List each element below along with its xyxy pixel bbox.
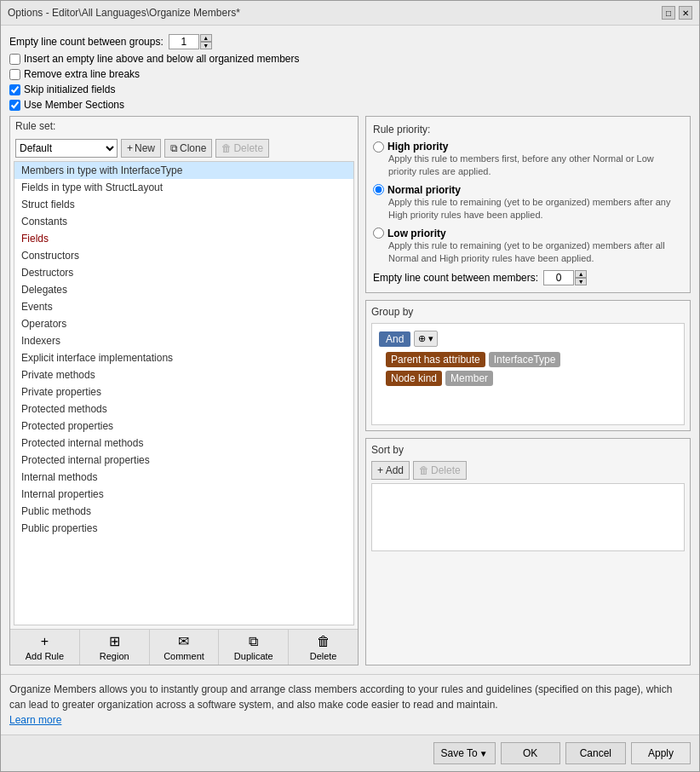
- and-button[interactable]: And: [379, 331, 410, 347]
- list-item[interactable]: Indexers: [14, 332, 353, 349]
- title-bar: Options - Editor\All Languages\Organize …: [1, 1, 699, 26]
- spinner-down[interactable]: ▼: [200, 42, 212, 49]
- normal-priority-radio[interactable]: [373, 184, 384, 195]
- duplicate-label: Duplicate: [234, 651, 273, 661]
- priority-label: Rule priority:: [373, 124, 683, 135]
- list-item[interactable]: Private methods: [14, 366, 353, 383]
- list-item[interactable]: Events: [14, 298, 353, 315]
- learn-more-link[interactable]: Learn more: [9, 714, 61, 726]
- rule-set-bar: Default + New ⧉ Clone 🗑 Delete: [10, 135, 358, 161]
- list-item[interactable]: Fields in type with StructLayout: [14, 179, 353, 196]
- delete-button[interactable]: 🗑 Delete: [215, 139, 269, 158]
- list-item[interactable]: Constructors: [14, 247, 353, 264]
- empty-line-members-label: Empty line count between members:: [373, 272, 538, 284]
- list-item[interactable]: Protected internal methods: [14, 435, 353, 452]
- list-item[interactable]: Public methods: [14, 503, 353, 520]
- list-item[interactable]: Private properties: [14, 383, 353, 400]
- delete-icon: 🗑: [221, 142, 232, 154]
- list-item[interactable]: Struct fields: [14, 196, 353, 213]
- empty-line-members-input[interactable]: [543, 270, 574, 285]
- list-item[interactable]: Protected internal properties: [14, 452, 353, 469]
- group-by-inner: And ⊕ ▾ Parent has attribute InterfaceTy…: [371, 323, 685, 425]
- left-panel: Rule set: Default + New ⧉ Clone 🗑: [9, 116, 359, 665]
- normal-priority-row: Normal priority: [373, 184, 683, 196]
- high-priority-option: High priority Apply this rule to members…: [373, 141, 683, 179]
- list-item[interactable]: Constants: [14, 213, 353, 230]
- new-button[interactable]: + New: [121, 139, 161, 158]
- remove-extra-row: Remove extra line breaks: [9, 68, 691, 80]
- low-priority-row: Low priority: [373, 228, 683, 239]
- tag-row-2: Node kind Member: [386, 371, 677, 386]
- interface-type-tag[interactable]: InterfaceType: [489, 352, 561, 367]
- list-item[interactable]: Fields: [14, 230, 353, 247]
- delete-label: Delete: [233, 142, 263, 154]
- add-rule-button[interactable]: + Add Rule: [10, 630, 80, 665]
- insert-empty-line-checkbox[interactable]: [9, 54, 20, 65]
- skip-initialized-checkbox[interactable]: [9, 84, 20, 95]
- members-spinner-up[interactable]: ▲: [575, 270, 587, 278]
- add-rule-icon: +: [41, 634, 49, 649]
- use-member-sections-label: Use Member Sections: [24, 99, 124, 111]
- list-item[interactable]: Members in type with InterfaceType: [14, 162, 353, 179]
- duplicate-button[interactable]: ⧉ Duplicate: [219, 630, 289, 665]
- cancel-button[interactable]: Cancel: [565, 742, 626, 764]
- member-tag[interactable]: Member: [445, 371, 493, 386]
- footer-description: Organize Members allows you to instantly…: [1, 674, 699, 735]
- right-panel: Rule priority: High priority Apply this …: [365, 116, 691, 665]
- skip-initialized-label: Skip initialized fields: [24, 84, 115, 95]
- list-item[interactable]: Internal methods: [14, 469, 353, 486]
- members-spinner-btns: ▲ ▼: [575, 270, 587, 285]
- list-item[interactable]: Operators: [14, 315, 353, 332]
- use-member-sections-checkbox[interactable]: [9, 100, 20, 111]
- save-to-label: Save To: [441, 747, 478, 759]
- list-item[interactable]: Delegates: [14, 281, 353, 298]
- high-priority-desc: Apply this rule to members first, before…: [373, 153, 683, 179]
- delete-rule-button[interactable]: 🗑 Delete: [289, 630, 358, 665]
- add-sort-button[interactable]: + Add: [371, 461, 410, 480]
- low-priority-label: Low priority: [387, 228, 446, 239]
- comment-button[interactable]: ✉ Comment: [150, 630, 220, 665]
- delete-rule-label: Delete: [310, 651, 337, 661]
- region-button[interactable]: ⊞ Region: [80, 630, 150, 665]
- clone-button[interactable]: ⧉ Clone: [164, 139, 212, 158]
- remove-extra-checkbox[interactable]: [9, 69, 20, 80]
- group-by-section: Group by And ⊕ ▾ Parent has attribute In…: [365, 300, 691, 431]
- save-to-button[interactable]: Save To ▼: [433, 742, 496, 764]
- node-kind-tag[interactable]: Node kind: [386, 371, 442, 386]
- empty-line-members-spinner[interactable]: ▲ ▼: [543, 270, 587, 285]
- low-priority-desc: Apply this rule to remaining (yet to be …: [373, 239, 683, 266]
- list-item[interactable]: Public properties: [14, 520, 353, 537]
- empty-line-input[interactable]: 1: [169, 34, 199, 49]
- members-spinner-down[interactable]: ▼: [575, 278, 587, 285]
- save-to-arrow-icon: ▼: [479, 749, 488, 758]
- list-item[interactable]: Protected properties: [14, 418, 353, 435]
- duplicate-icon: ⧉: [249, 634, 258, 649]
- ok-button[interactable]: OK: [501, 742, 560, 764]
- list-item[interactable]: Internal properties: [14, 486, 353, 503]
- and-row: And ⊕ ▾: [379, 331, 677, 347]
- tag-row-1: Parent has attribute InterfaceType: [386, 352, 677, 367]
- rule-set-select[interactable]: Default: [15, 139, 118, 158]
- list-item[interactable]: Protected methods: [14, 400, 353, 418]
- list-item[interactable]: Explicit interface implementations: [14, 349, 353, 366]
- skip-initialized-row: Skip initialized fields: [9, 84, 691, 95]
- delete-sort-button[interactable]: 🗑 Delete: [413, 461, 467, 480]
- close-button[interactable]: ✕: [679, 6, 692, 20]
- low-priority-radio[interactable]: [373, 228, 384, 239]
- insert-empty-line-row: Insert an empty line above and below all…: [9, 53, 691, 65]
- high-priority-row: High priority: [373, 141, 683, 153]
- empty-line-spinner[interactable]: 1 ▲ ▼: [169, 34, 212, 49]
- rule-set-label: Rule set:: [10, 117, 358, 135]
- main-window: Options - Editor\All Languages\Organize …: [0, 0, 700, 772]
- spinner-up[interactable]: ▲: [200, 34, 212, 42]
- parent-has-attribute-tag[interactable]: Parent has attribute: [386, 352, 485, 367]
- apply-button[interactable]: Apply: [631, 742, 691, 764]
- region-label: Region: [100, 651, 129, 661]
- low-priority-option: Low priority Apply this rule to remainin…: [373, 228, 683, 266]
- add-condition-button[interactable]: ⊕ ▾: [414, 331, 438, 347]
- high-priority-radio[interactable]: [373, 141, 384, 153]
- minimize-button[interactable]: □: [662, 6, 675, 20]
- list-item[interactable]: Destructors: [14, 264, 353, 281]
- top-options: Empty line count between groups: 1 ▲ ▼ I…: [9, 34, 691, 111]
- priority-section: Rule priority: High priority Apply this …: [365, 116, 691, 293]
